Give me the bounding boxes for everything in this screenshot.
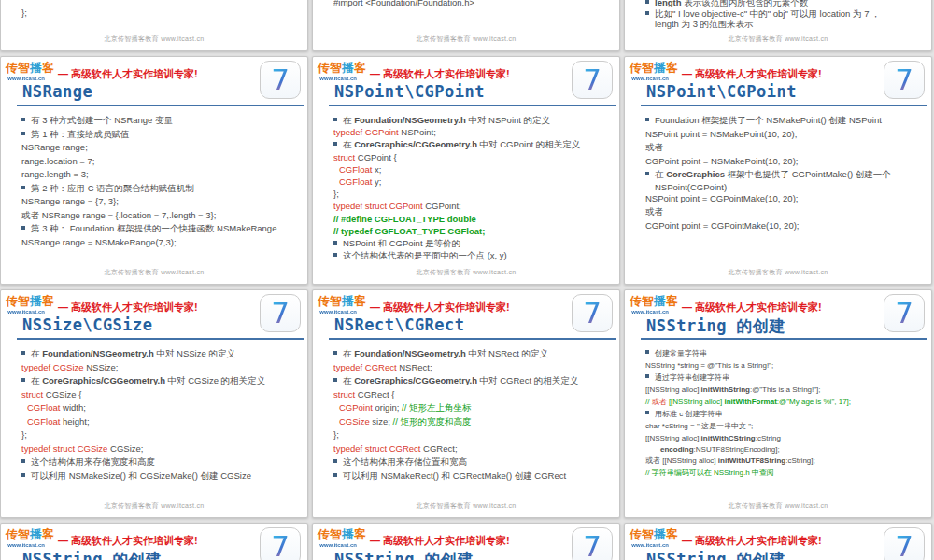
text-segment: 在 [31, 348, 42, 358]
text-segment: CGSize [339, 416, 370, 427]
content-line: CGSize size; // 矩形的宽度和高度 [339, 415, 616, 429]
content-line: CGFloat y; [339, 175, 616, 188]
text-segment: initWithCString [701, 434, 756, 442]
slide-footer: 北京传智播客教育 www.itcast.cn [625, 501, 931, 511]
badge-glyph: 7 [895, 532, 913, 560]
slide-title: NSString 的创建 [646, 315, 785, 337]
content-line: range.location = 7; [21, 155, 304, 169]
content-line: CGFloat width; [27, 401, 304, 415]
text-segment: // typedef CGFLOAT_TYPE CGFloat; [333, 226, 485, 236]
text-segment: :NSUTF8StringEncoding]; [694, 445, 780, 454]
slide-title: NSPoint\CGPoint [646, 82, 797, 101]
text-segment: typedef struct CGSize [21, 443, 107, 454]
text-segment: NSSize; [84, 362, 119, 372]
text-segment: // 矩形左上角坐标 [402, 402, 471, 413]
slide-footer: 北京传智播客教育 www.itcast.cn [1, 35, 307, 44]
slide-thumbnail[interactable]: 传智播客www.itcast.cn— 高级软件人才实作培训专家!7NSStrin… [0, 523, 308, 560]
text-segment: 第 3 种： Foundation 框架提供的一个快捷函数 NSMakeRang… [31, 223, 276, 233]
content-line: struct CGRect { [333, 388, 616, 402]
text-segment: :@"My age is %i", 17]; [777, 398, 851, 406]
text-segment: CGSize { [43, 389, 81, 399]
content-line: 有 3 种方式创建一个 NSRange 变量 [21, 114, 304, 128]
content-line: NSPoint(CGPoint) [655, 182, 927, 192]
text-segment: 或者 [652, 398, 667, 406]
text-segment: 中对 NSSize 的定义 [154, 348, 235, 358]
badge-glyph: 7 [583, 65, 601, 94]
header-slogan: — 高级软件人才实作培训专家! [370, 534, 510, 548]
content-line: typedef struct CGPoint CGPoint; [333, 200, 616, 212]
slide-title: NSString 的创建 [646, 549, 785, 560]
content-line: 或者 [645, 205, 927, 219]
text-segment: 第 2 种：应用 C 语言的聚合结构赋值机制 [31, 183, 194, 193]
slide-title: NSSize\CGSize [22, 315, 153, 334]
slide-thumbnail[interactable]: 传智播客www.itcast.cn— 高级软件人才实作培训专家!7NSPoint… [312, 56, 620, 285]
content-line: // 字符串编码可以在 NSString.h 中查阅 [645, 467, 927, 479]
slide-footer: 北京传智播客教育 www.itcast.cn [1, 268, 307, 277]
slide-thumbnail[interactable]: 传智播客www.itcast.cn— 高级软件人才实作培训专家!7NSRect\… [312, 289, 620, 518]
slide-footer: 北京传智播客教育 www.itcast.cn [313, 35, 619, 44]
content-line: [[NSString alloc] initWithCString:cStrin… [645, 432, 927, 444]
slide-content: 有 3 种方式创建一个 NSRange 变量第 1 种：直接给成员赋值NSRan… [21, 114, 304, 249]
slide-thumbnail[interactable]: 传智播客www.itcast.cn— 高级软件人才实作培训专家!7NSSize\… [0, 289, 308, 518]
text-segment: CGPoint [339, 402, 373, 413]
ios7-badge-icon: 7 [572, 61, 613, 99]
slide-content: 创建常量字符串NSString *string = @"This is a St… [645, 347, 927, 479]
slide-thumbnail[interactable]: 传智播客www.itcast.cn— 高级软件人才实作培训专家!7NSPoint… [624, 56, 932, 285]
title-rule [17, 105, 304, 106]
content-line: // 或者 [[NSString alloc] initWithFormat:@… [645, 396, 927, 408]
bullet-icon [21, 351, 25, 355]
text-segment: CoreGraphics/CGGeometry.h [354, 139, 477, 149]
slide-thumbnail[interactable]: 传智播客www.itcast.cn— 高级软件人才实作培训专家!7NSRange… [0, 56, 308, 285]
slides-viewport[interactable]: };北京传智播客教育 www.itcast.cn#import <Foundat… [0, 0, 934, 560]
content-line: NSString *string = @"This is a String!"; [645, 359, 927, 371]
content-line: 比如" I love objective-c" 中的" obj" 可以用 loc… [645, 8, 927, 20]
text-segment: 中对 CGPoint 的相关定义 [477, 139, 580, 149]
content-line: #import <Foundation/Foundation.h> [333, 0, 616, 7]
text-segment: 或者 [[NSString alloc] [645, 456, 718, 465]
header-slogan: — 高级软件人才实作培训专家! [58, 534, 198, 548]
text-segment: NSString *string = @"This is a String!"; [645, 361, 773, 370]
bullet-icon [645, 172, 649, 175]
ios7-badge-icon: 7 [260, 61, 301, 99]
text-segment: initWithFormat [724, 398, 776, 406]
ios7-badge-icon: 7 [260, 527, 301, 560]
content-line: NSPoint point = CGPointMake(10, 20); [645, 192, 927, 206]
bullet-icon [333, 241, 337, 245]
content-line: NSPoint point = NSMakePoint(10, 20); [645, 128, 927, 142]
header-slogan: — 高级软件人才实作培训专家! [370, 67, 510, 81]
text-segment: CoreGraphics/CGGeometry.h [354, 375, 477, 385]
content-line: typedef struct CGRect CGRect; [333, 442, 616, 456]
text-segment: // [645, 398, 652, 406]
slide-footer: 北京传智播客教育 www.itcast.cn [313, 501, 619, 511]
content-line: [[NSString alloc] initWithString:@"This … [645, 384, 927, 396]
text-segment: 在 [343, 139, 354, 149]
content-line: char *cString = " 这是一串中文 "; [645, 420, 927, 432]
text-segment: CGPoint { [355, 152, 396, 162]
badge-glyph: 7 [271, 532, 290, 560]
bullet-icon [21, 132, 25, 135]
text-segment: Foundation/NSGeometry.h [354, 115, 466, 125]
text-segment: :cString [756, 434, 781, 442]
text-segment: NSRange range = {7, 3}; [21, 196, 119, 206]
content-line: NSPoint 和 CGPoint 是等价的 [333, 237, 616, 249]
text-segment: CGRect; [420, 443, 457, 454]
slide-thumbnail[interactable]: #import <Foundation/Foundation.h>北京传智播客教… [312, 0, 620, 51]
text-segment: CGFloat [27, 402, 60, 413]
bullet-icon [21, 473, 25, 477]
text-segment: [[NSString alloc] [645, 385, 701, 394]
text-segment: CGPoint point = CGPointMake(10, 20); [645, 220, 799, 231]
ios7-badge-icon: 7 [572, 527, 613, 560]
slide-thumbnail[interactable]: 传智播客www.itcast.cn— 高级软件人才实作培训专家!7NSStrin… [312, 523, 620, 560]
slide-thumbnail[interactable]: };北京传智播客教育 www.itcast.cn [0, 0, 308, 51]
text-segment: NSRange range; [21, 142, 88, 152]
slide-thumbnail[interactable]: length 表示该范围内所包含的元素个数比如" I love objectiv… [624, 0, 932, 51]
text-segment: y; [372, 176, 381, 187]
slide-thumbnail[interactable]: 传智播客www.itcast.cn— 高级软件人才实作培训专家!7NSStrin… [624, 523, 932, 560]
text-segment: 表示该范围内所包含的元素个数 [682, 0, 809, 7]
slide-thumbnail[interactable]: 传智播客www.itcast.cn— 高级软件人才实作培训专家!7NSStrin… [624, 289, 932, 518]
content-line: // #define CGFLOAT_TYPE double [333, 213, 616, 225]
text-segment: CGFloat [339, 176, 372, 187]
slide-content: Foundation 框架提供了一个 NSMakePoint() 创建 NSPo… [645, 114, 927, 232]
text-segment: length 为 3 的范围来表示 [655, 19, 754, 29]
slide-content-tail: }; [21, 7, 304, 19]
